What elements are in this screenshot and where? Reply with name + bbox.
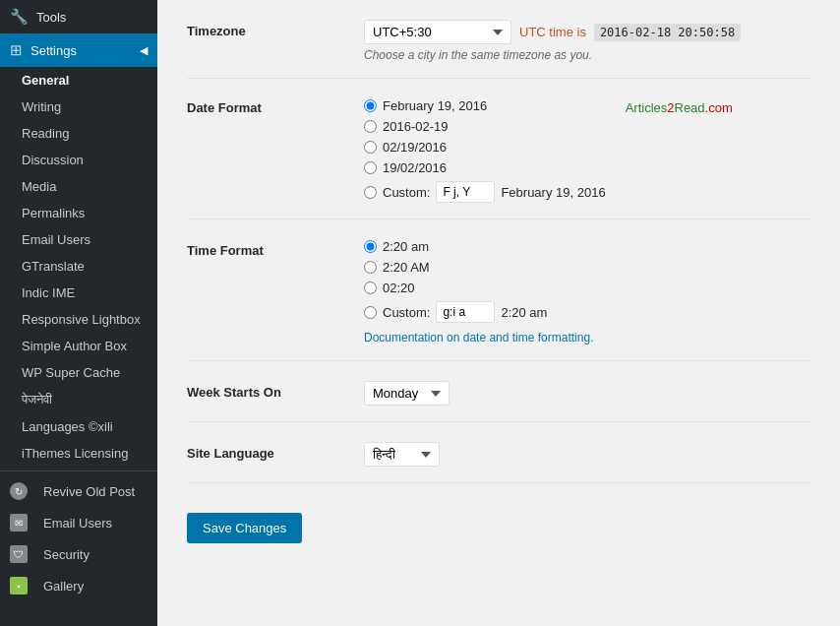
timezone-controls: UTC+5:30 UTC UTC+1:00 UTC-5:00 UTC time … (364, 20, 810, 44)
date-format-custom-preview: February 19, 2016 (501, 185, 605, 200)
sidebar-item-revive-old-post[interactable]: ↻ Revive Old Post (0, 475, 157, 507)
revive-old-post-label: Revive Old Post (43, 484, 135, 499)
sidebar-item-languages-xili[interactable]: Languages ©xili (0, 413, 157, 440)
date-format-radio-4[interactable] (364, 161, 377, 174)
sidebar-item-reading[interactable]: Reading (0, 120, 157, 147)
site-language-label: Site Language (187, 442, 364, 461)
time-format-radio-custom[interactable] (364, 306, 377, 319)
sidebar-tools[interactable]: 🔧 Tools (0, 0, 157, 33)
articles-link[interactable]: Articles2Read.com (626, 100, 733, 115)
timezone-select[interactable]: UTC+5:30 UTC UTC+1:00 UTC-5:00 (364, 20, 511, 44)
wp-super-cache-label: WP Super Cache (22, 365, 120, 380)
date-format-custom-label: Custom: (383, 185, 430, 200)
date-format-option-custom[interactable]: Custom: February 19, 2016 (364, 181, 606, 203)
collapse-arrow-icon[interactable]: ◀ (140, 44, 148, 57)
date-format-option-2[interactable]: 2016-02-19 (364, 119, 606, 134)
site-language-row: Site Language हिन्दी English (187, 442, 810, 483)
time-format-value-2: 2:20 AM (383, 260, 430, 275)
date-format-row: Date Format February 19, 2016 2016-02-19… (187, 98, 810, 219)
security-label: Security (43, 547, 90, 562)
writing-label: Writing (22, 99, 61, 114)
sidebar-item-pejnevi[interactable]: पेजनेवी (0, 386, 157, 413)
email-icon: ✉ (10, 514, 28, 532)
responsive-lightbox-label: Responsive Lightbox (22, 312, 141, 327)
sidebar-item-ithemes-licensing[interactable]: iThemes Licensing (0, 440, 157, 467)
time-format-radio-1[interactable] (364, 240, 377, 253)
time-format-option-1[interactable]: 2:20 am (364, 239, 810, 254)
site-language-select[interactable]: हिन्दी English (364, 442, 440, 467)
date-format-option-4[interactable]: 19/02/2016 (364, 160, 606, 175)
time-format-custom-input[interactable] (436, 301, 495, 323)
gallery-icon: ▪ (10, 577, 28, 595)
save-button[interactable]: Save Changes (187, 513, 302, 543)
date-format-label: Date Format (187, 98, 364, 115)
week-starts-label: Week Starts On (187, 381, 364, 400)
time-format-option-3[interactable]: 02:20 (364, 281, 810, 295)
read-text: Read (675, 100, 705, 115)
simple-author-box-label: Simple Author Box (22, 339, 127, 353)
sidebar-item-general[interactable]: General (0, 67, 157, 94)
tools-label: Tools (36, 10, 66, 25)
dot-com-text: .com (705, 100, 733, 115)
media-label: Media (22, 179, 56, 194)
date-format-radio-3[interactable] (364, 141, 377, 154)
sidebar-item-discussion[interactable]: Discussion (0, 147, 157, 173)
sidebar-item-simple-author-box[interactable]: Simple Author Box (0, 333, 157, 359)
settings-label: Settings (30, 43, 77, 58)
sidebar-item-email-users[interactable]: Email Users (0, 226, 157, 253)
date-format-custom-input[interactable] (436, 181, 495, 203)
date-format-options: February 19, 2016 2016-02-19 02/19/2016 … (364, 98, 606, 203)
gallery-label: Gallery (43, 579, 84, 594)
date-format-value-1: February 19, 2016 (383, 98, 487, 113)
utc-value: 2016-02-18 20:50:58 (594, 24, 741, 41)
doc-link[interactable]: Documentation on date and time formattin… (364, 331, 810, 344)
sidebar-item-security[interactable]: 🛡 Security (0, 538, 157, 570)
sidebar-item-gallery[interactable]: ▪ Gallery (0, 570, 157, 601)
sidebar-item-wp-super-cache[interactable]: WP Super Cache (0, 359, 157, 386)
week-starts-select[interactable]: Monday Sunday Saturday (364, 381, 450, 406)
sidebar-item-responsive-lightbox[interactable]: Responsive Lightbox (0, 306, 157, 333)
main-content: Timezone UTC+5:30 UTC UTC+1:00 UTC-5:00 … (157, 0, 840, 626)
sidebar-settings[interactable]: ⊞ Settings ◀ (0, 33, 157, 67)
articles2-text: 2 (667, 100, 674, 115)
revive-icon: ↻ (10, 482, 28, 500)
date-format-field: February 19, 2016 2016-02-19 02/19/2016 … (364, 98, 810, 203)
time-format-option-2[interactable]: 2:20 AM (364, 260, 810, 275)
date-format-radio-1[interactable] (364, 99, 377, 112)
utc-label: UTC time is (519, 25, 586, 39)
sidebar-item-media[interactable]: Media (0, 173, 157, 200)
time-format-radio-3[interactable] (364, 282, 377, 294)
shield-icon: 🛡 (10, 545, 28, 563)
timezone-row: Timezone UTC+5:30 UTC UTC+1:00 UTC-5:00 … (187, 20, 810, 79)
time-format-value-3: 02:20 (383, 281, 415, 295)
settings-form: Timezone UTC+5:30 UTC UTC+1:00 UTC-5:00 … (157, 0, 840, 563)
timezone-hint: Choose a city in the same timezone as yo… (364, 48, 810, 62)
date-format-option-3[interactable]: 02/19/2016 (364, 140, 606, 155)
ithemes-licensing-label: iThemes Licensing (22, 446, 128, 461)
tools-icon: 🔧 (10, 8, 29, 26)
time-format-row: Time Format 2:20 am 2:20 AM 02:20 (187, 239, 810, 361)
date-format-radio-2[interactable] (364, 120, 377, 133)
week-starts-field: Monday Sunday Saturday (364, 381, 810, 406)
timezone-field: UTC+5:30 UTC UTC+1:00 UTC-5:00 UTC time … (364, 20, 810, 62)
sidebar-item-gtranslate[interactable]: GTranslate (0, 253, 157, 280)
pejnevi-label: पेजनेवी (22, 392, 52, 407)
sidebar-item-writing[interactable]: Writing (0, 94, 157, 120)
sidebar-item-permalinks[interactable]: Permalinks (0, 200, 157, 226)
articles-text: Articles (626, 100, 668, 115)
date-format-radio-custom[interactable] (364, 186, 377, 199)
time-format-radio-2[interactable] (364, 261, 377, 274)
date-format-option-1[interactable]: February 19, 2016 (364, 98, 606, 113)
sidebar-item-indic-ime[interactable]: Indic IME (0, 280, 157, 306)
articles-link-container: Articles2Read.com (626, 100, 733, 115)
sidebar: 🔧 Tools ⊞ Settings ◀ General Writing Rea… (0, 0, 157, 626)
indic-ime-label: Indic IME (22, 285, 75, 300)
time-format-option-custom[interactable]: Custom: 2:20 am (364, 301, 810, 323)
gtranslate-label: GTranslate (22, 259, 85, 274)
sidebar-item-email-users-plugin[interactable]: ✉ Email Users (0, 507, 157, 538)
email-users-plugin-label: Email Users (43, 516, 112, 531)
time-format-custom-preview: 2:20 am (501, 305, 547, 320)
email-users-label: Email Users (22, 232, 90, 247)
permalinks-label: Permalinks (22, 206, 85, 220)
time-format-field: 2:20 am 2:20 AM 02:20 Custom: 2:20 (364, 239, 810, 344)
